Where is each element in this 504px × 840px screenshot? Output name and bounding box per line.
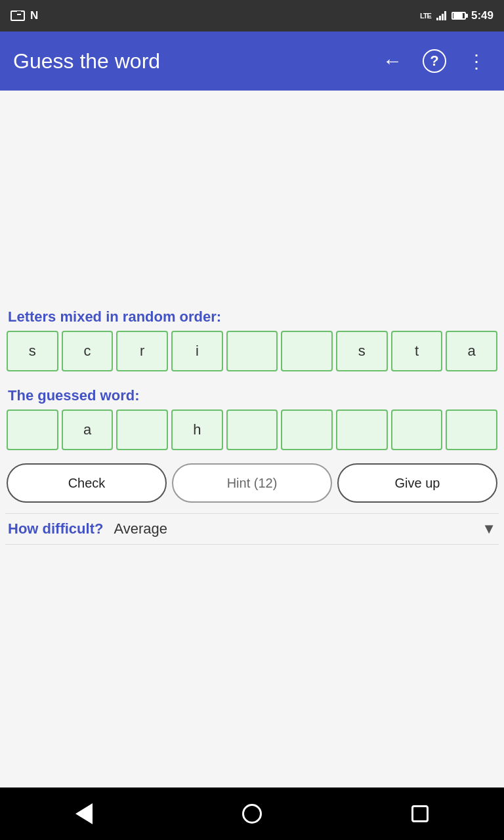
clock: 5:49 (471, 9, 494, 22)
difficulty-label: How difficult? (8, 520, 103, 537)
signal-bar-3 (442, 14, 444, 20)
mixed-letter-0[interactable]: s (7, 331, 58, 371)
difficulty-row[interactable]: How difficult? Average ▼ (5, 513, 499, 545)
signal-bar-4 (444, 11, 446, 20)
guessed-letter-8[interactable] (446, 410, 497, 450)
nav-back-button[interactable] (64, 794, 104, 833)
n-icon: N (30, 9, 38, 22)
help-button[interactable]: ? (420, 47, 449, 75)
app-bar: Guess the word ← ? ⋮ (0, 32, 504, 91)
back-button[interactable]: ← (378, 47, 407, 75)
check-button[interactable]: Check (7, 463, 167, 503)
buttons-row: Check Hint (12) Give up (7, 463, 497, 503)
mixed-letter-6[interactable]: s (336, 331, 388, 371)
guessed-word-label: The guessed word: (8, 387, 496, 404)
mixed-letters-row: scrista (7, 331, 497, 371)
lte-indicator: LTE (420, 12, 431, 20)
battery-fill (453, 13, 463, 18)
sd-card-icon (10, 10, 25, 21)
battery-icon (452, 12, 466, 20)
guessed-letter-3[interactable]: h (171, 410, 223, 450)
guessed-letter-4[interactable] (226, 410, 278, 450)
guessed-letter-5[interactable] (281, 410, 333, 450)
back-triangle-icon (75, 803, 93, 824)
status-bar: N LTE 5:49 (0, 0, 504, 32)
main-content: Letters mixed in random order: scrista T… (0, 91, 504, 788)
give-up-button[interactable]: Give up (337, 463, 497, 503)
mixed-letter-8[interactable]: a (446, 331, 497, 371)
guessed-letters-row: ah (7, 410, 497, 450)
difficulty-value: Average (114, 520, 482, 537)
app-title: Guess the word (13, 49, 365, 74)
signal-bar-1 (436, 18, 438, 20)
mixed-letter-1[interactable]: c (62, 331, 114, 371)
guessed-letter-0[interactable] (7, 410, 58, 450)
nav-recents-button[interactable] (400, 794, 440, 833)
guessed-letter-1[interactable]: a (62, 410, 114, 450)
dropdown-arrow-icon: ▼ (482, 520, 496, 537)
mixed-letter-7[interactable]: t (391, 331, 443, 371)
signal-bar-2 (439, 16, 441, 20)
guessed-letter-7[interactable] (391, 410, 443, 450)
status-right: LTE 5:49 (420, 9, 494, 22)
home-circle-icon (242, 804, 262, 824)
signal-bars (436, 11, 446, 20)
mixed-letter-3[interactable]: i (171, 331, 223, 371)
ad-area (5, 91, 499, 301)
recents-square-icon (411, 805, 429, 822)
more-button[interactable]: ⋮ (462, 47, 491, 75)
mixed-letter-2[interactable]: r (116, 331, 168, 371)
guessed-letter-2[interactable] (116, 410, 168, 450)
mixed-letter-5[interactable] (281, 331, 333, 371)
status-left: N (10, 9, 38, 22)
help-icon: ? (423, 49, 446, 73)
bottom-nav (0, 788, 504, 840)
hint-button[interactable]: Hint (12) (172, 463, 332, 503)
nav-home-button[interactable] (232, 794, 272, 833)
guessed-letter-6[interactable] (336, 410, 388, 450)
mixed-letters-label: Letters mixed in random order: (8, 308, 496, 326)
mixed-letter-4[interactable] (226, 331, 278, 371)
